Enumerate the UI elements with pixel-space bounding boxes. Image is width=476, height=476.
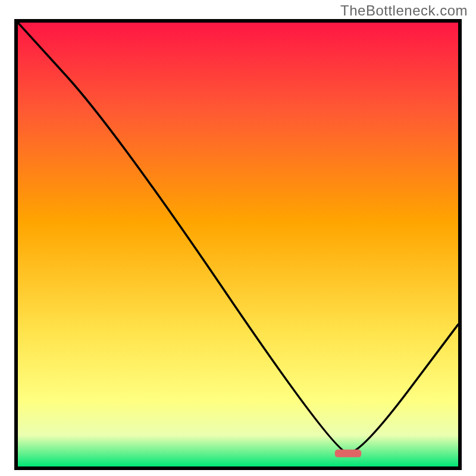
plot-foreground	[18, 23, 458, 466]
watermark-text: TheBottleneck.com	[340, 2, 468, 19]
optimal-marker	[335, 450, 361, 458]
chart-container: TheBottleneck.com	[0, 0, 476, 476]
curve-line	[18, 23, 458, 453]
